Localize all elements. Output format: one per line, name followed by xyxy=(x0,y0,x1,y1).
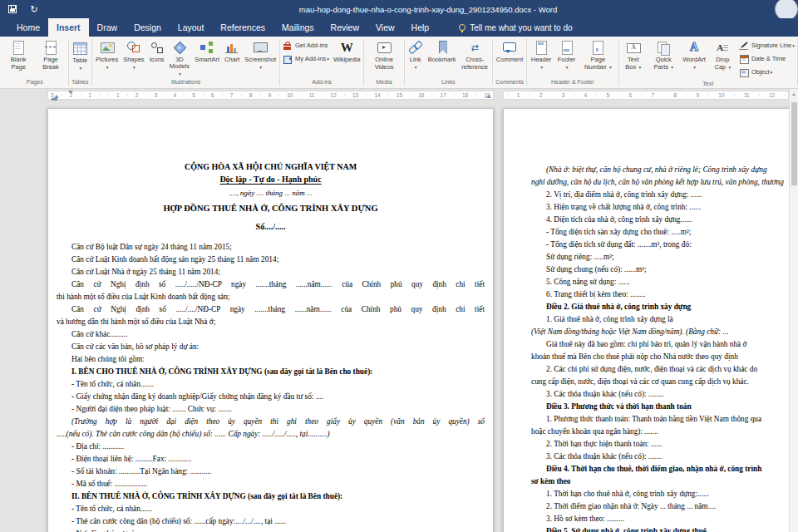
tab-insert[interactable]: Insert xyxy=(48,18,89,37)
my-add-ins-button[interactable]: My Add-ins ▾ xyxy=(283,52,329,65)
ruler-mark: · xyxy=(410,91,411,100)
bookmark-button[interactable]: Bookmark xyxy=(426,37,458,77)
get-add-ins-button[interactable]: Get Add-ins xyxy=(283,39,329,52)
date-time-button[interactable]: Date & Time xyxy=(739,52,795,65)
dropdown-icon: ▾ xyxy=(792,43,795,48)
signature-line-button[interactable]: Signature Line ▾ xyxy=(739,39,795,52)
signature-pen-icon xyxy=(739,41,749,51)
doc-line: Căn cứ Luật Nhà ở ngày 25 tháng 11 năm 2… xyxy=(57,266,485,278)
ruler-mark: 9 xyxy=(696,91,699,100)
document-page-2[interactable]: (Nhà ở: biệt thự, căn hộ chung cư, nhà ở… xyxy=(503,108,798,532)
ruler-mark: · xyxy=(343,91,345,100)
quick-parts-button[interactable]: Quick Parts ▾ xyxy=(648,37,679,77)
page-number-button[interactable]: Page Number ▾ xyxy=(579,37,616,77)
ribbon-group-links: Link ▾ Bookmark ⇄ Cross-reference Links xyxy=(405,37,492,88)
first-line-indent-marker[interactable] xyxy=(68,91,73,94)
pictures-button[interactable]: Pictures ▾ xyxy=(94,37,120,77)
ruler-mark: · xyxy=(240,91,242,100)
doc-line: 3. Các thỏa thuận khác (nếu có): ....... xyxy=(531,451,798,463)
blank-page-icon xyxy=(11,40,26,55)
icons-button[interactable]: Icons xyxy=(148,37,166,77)
undo-button[interactable]: ↻ xyxy=(28,3,40,15)
wordart-button[interactable]: A WordArt ▾ xyxy=(681,37,707,77)
document-page-1[interactable]: CỘNG HÒA XÃ HỘI CHỦ NGHĨA VIỆT NAMĐộc lậ… xyxy=(47,108,494,532)
dropdown-icon: ▾ xyxy=(540,65,543,70)
tell-me-box[interactable]: Tell me what you want to do xyxy=(459,18,572,37)
doc-line: - Tên tổ chức, cá nhân....... xyxy=(57,378,485,391)
ruler-mark: 4 xyxy=(173,91,176,100)
ruler-mark: · xyxy=(574,91,575,100)
shapes-button[interactable]: Shapes ▾ xyxy=(121,37,145,77)
icons-label: Icons xyxy=(150,56,165,63)
footer-label: Footer xyxy=(558,56,576,63)
ruler-mark: · xyxy=(221,91,223,100)
ruler-page2[interactable]: ·1·2·3·4·5·6·7·8·9·10·11·12· xyxy=(503,91,789,100)
text-box-label: Text Box xyxy=(625,56,638,71)
scrollbar-thumb[interactable] xyxy=(791,102,797,185)
header-button[interactable]: Header ▾ xyxy=(529,37,554,77)
ribbon-group-comments: Comment Comments xyxy=(493,37,527,88)
online-videos-icon xyxy=(377,40,392,55)
3d-models-button[interactable]: 3D Models ▾ xyxy=(168,37,192,77)
chart-button[interactable]: Chart xyxy=(223,37,241,77)
tell-me-label: Tell me what you want to do xyxy=(470,23,572,32)
text-box-button[interactable]: A Text Box ▾ xyxy=(620,37,646,77)
doc-line: thi hành một số điều của Luật Kinh doanh… xyxy=(57,291,485,303)
window-title: mau-hop-dong-thue-nha-o-cong-trinh-xay-d… xyxy=(58,5,798,14)
dropdown-icon: ▾ xyxy=(79,66,81,71)
text-box-icon: A xyxy=(626,40,641,55)
smartart-button[interactable]: SmartArt xyxy=(193,37,221,77)
ruler-mark: · xyxy=(431,91,433,100)
ruler-mark: 13 xyxy=(352,91,358,100)
my-add-ins-label: My Add-ins xyxy=(295,55,326,62)
tab-mailings[interactable]: Mailings xyxy=(273,18,323,37)
doc-line: 1. Phương thức thanh toán: Thanh toán bằ… xyxy=(531,413,798,426)
doc-line: Điều 4. Thời hạn cho thuê, thời điểm gia… xyxy=(531,463,798,475)
right-indent-marker[interactable] xyxy=(486,95,491,98)
object-button[interactable]: Object ▾ xyxy=(739,66,795,78)
tab-layout[interactable]: Layout xyxy=(170,18,213,37)
scroll-up-icon[interactable]: ▲ xyxy=(790,89,798,99)
table-button[interactable]: Table ▾ xyxy=(70,37,90,77)
tab-design[interactable]: Design xyxy=(126,18,170,37)
doc-line: - Thẻ căn cước công dân (hộ chiếu) số: .… xyxy=(57,515,485,528)
page-break-button[interactable]: Page Break xyxy=(35,37,66,77)
save-button[interactable] xyxy=(7,3,18,15)
wordart-a-glyph: A xyxy=(690,41,698,54)
wordart-label: WordArt xyxy=(682,56,705,63)
wordart-icon: A xyxy=(687,40,702,55)
doc-line: 3. Các thỏa thuận khác (nếu có): .......… xyxy=(531,388,798,401)
ruler-mark: 17 xyxy=(441,91,446,100)
dropdown-icon: ▾ xyxy=(179,71,181,76)
tab-draw[interactable]: Draw xyxy=(89,18,126,37)
doc-line: 1. Thời hạn cho thuê nhà ở, công trình x… xyxy=(531,488,798,500)
drop-cap-button[interactable]: A Drop Cap ▾ xyxy=(709,37,736,77)
comment-button[interactable]: Comment xyxy=(495,37,525,77)
shapes-icon xyxy=(126,40,141,55)
wikipedia-button[interactable]: W Wikipedia xyxy=(332,37,362,77)
footer-button[interactable]: Footer ▾ xyxy=(555,37,578,77)
document-area[interactable]: CỘNG HÒA XÃ HỘI CHỦ NGHĨA VIỆT NAMĐộc lậ… xyxy=(0,101,798,532)
doc-line: Căn cứ các văn bản, hồ sơ pháp lý dự án: xyxy=(57,341,485,353)
tab-references[interactable]: References xyxy=(212,18,273,37)
ruler-mark: · xyxy=(165,91,166,100)
doc-line: - Tổng diện tích sử dụng đất: .......m²,… xyxy=(531,239,798,251)
tab-help[interactable]: Help xyxy=(403,18,438,37)
ruler-page1[interactable]: 3·2·1··1·2·3·4·5·6·7·8·9·10·11·12·13·14·… xyxy=(47,91,494,100)
drop-cap-a-glyph: A xyxy=(717,42,723,52)
vertical-scrollbar[interactable]: ▲ xyxy=(789,89,798,532)
left-indent-marker[interactable] xyxy=(52,98,57,101)
pictures-label: Pictures xyxy=(96,56,118,63)
dropdown-icon: ▾ xyxy=(693,65,696,70)
blank-page-button[interactable]: Blank Page xyxy=(3,37,33,77)
cross-reference-button[interactable]: ⇄ Cross-reference xyxy=(459,37,490,77)
ruler-mark: 14 xyxy=(374,91,380,100)
ruler-mark: · xyxy=(641,91,643,100)
tab-view[interactable]: View xyxy=(367,18,403,37)
doc-line: Số..../..... xyxy=(57,220,485,233)
tab-home[interactable]: Home xyxy=(8,18,48,37)
screenshot-button[interactable]: Screenshot ▾ xyxy=(243,37,278,77)
tab-review[interactable]: Review xyxy=(323,18,367,37)
online-videos-button[interactable]: Online Videos xyxy=(366,37,402,77)
link-button[interactable]: Link ▾ xyxy=(406,37,425,77)
